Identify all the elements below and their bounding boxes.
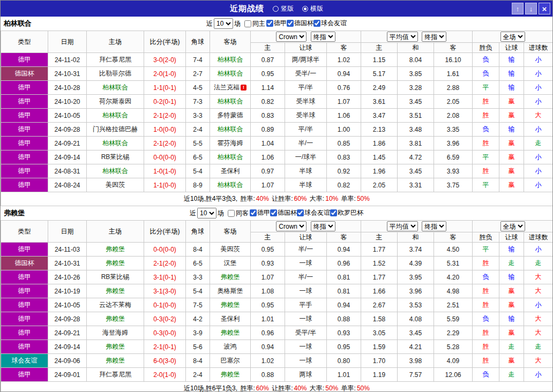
league-type-badge: 德甲 <box>1 298 48 312</box>
away-team-link[interactable]: 柏林联合 <box>218 97 243 105</box>
match-count-select[interactable]: 10 <box>197 208 216 218</box>
away-team-link[interactable]: 霍芬海姆 <box>218 139 243 147</box>
eu-draw-odds: 8.04 <box>398 53 434 67</box>
away-team-link[interactable]: 圣保利 <box>221 315 240 322</box>
away-team-link[interactable]: 柏林联合 <box>218 56 243 63</box>
match-date: 24-09-06 <box>48 354 87 368</box>
home-team-link[interactable]: 弗赖堡 <box>106 343 125 350</box>
league-checkbox-input[interactable] <box>250 209 257 216</box>
away-team-link[interactable]: 法兰克福 <box>214 84 240 91</box>
ah-final-index-select[interactable]: 终指 <box>311 32 335 42</box>
league-checkbox-input[interactable] <box>297 209 304 216</box>
same-venue-checkbox-input[interactable] <box>244 20 251 27</box>
home-team-link[interactable]: 弗赖堡 <box>106 315 125 322</box>
home-team-link[interactable]: 柏林联合 <box>102 139 128 147</box>
ah-away-odds: 0.80 <box>327 354 361 368</box>
close-button[interactable]: × <box>539 3 550 14</box>
away-team-link[interactable]: 柏林联合 <box>218 153 243 161</box>
eu-home-odds: 1.59 <box>361 340 398 354</box>
home-team-link[interactable]: 弗赖堡 <box>106 287 125 295</box>
league-checkbox[interactable]: 德甲 <box>266 19 287 28</box>
home-team-link[interactable]: 柏林联合 <box>102 84 128 91</box>
away-team-link[interactable]: 多特蒙德 <box>218 111 243 119</box>
home-team-link[interactable]: 荷尔斯泰因 <box>99 97 131 105</box>
home-team-link[interactable]: 弗赖堡 <box>106 259 125 267</box>
same-venue-checkbox[interactable]: 同客 <box>225 209 249 218</box>
scroll-down-button[interactable]: ↓ <box>525 3 537 14</box>
league-checkbox-input[interactable] <box>287 20 294 27</box>
home-team-link[interactable]: RB莱比锡 <box>101 153 130 161</box>
layout-vertical-radio[interactable]: 竖版 <box>273 4 294 13</box>
home-team-link[interactable]: 云达不莱梅 <box>99 301 131 308</box>
home-team-link[interactable]: 拜仁慕尼黑 <box>99 56 131 63</box>
home-team-link[interactable]: 门兴格拉德巴赫 <box>93 125 138 133</box>
home-team-link[interactable]: 海登海姆 <box>102 329 128 336</box>
eu-final-index-select[interactable]: 终指 <box>422 221 446 231</box>
same-venue-checkbox[interactable]: 同主 <box>242 19 265 28</box>
match-count-select[interactable]: 10 <box>214 18 233 29</box>
away-team-link[interactable]: 巴塞尔 <box>221 357 240 364</box>
home-team-link[interactable]: 弗赖堡 <box>106 245 125 253</box>
corner-score: 4-2 <box>186 312 210 326</box>
handicap-line: 半/一 <box>285 243 327 257</box>
away-team-link[interactable]: 汉堡 <box>224 259 237 267</box>
league-checkbox-input[interactable] <box>313 20 320 27</box>
away-team-link[interactable]: 弗赖堡 <box>221 329 240 336</box>
home-team-link[interactable]: 拜仁慕尼黑 <box>99 371 131 378</box>
ah-home-odds: 0.94 <box>251 340 285 354</box>
handicap-result: 赢 <box>499 326 524 340</box>
away-team-link[interactable]: 柏林联合 <box>218 181 243 189</box>
away-team-link[interactable]: 美因茨 <box>221 245 240 253</box>
home-team-link[interactable]: 弗赖堡 <box>106 357 125 364</box>
league-checkbox[interactable]: 德国杯 <box>287 19 313 28</box>
score: 3-0(2-0) <box>144 53 186 67</box>
match-scope-select[interactable]: 全场 <box>500 221 525 231</box>
eu-away-odds: 3.35 <box>434 123 473 137</box>
scroll-up-button[interactable]: ↑ <box>512 3 524 14</box>
away-team-link[interactable]: 弗赖堡 <box>221 371 240 378</box>
column-header: 类型 <box>1 221 48 243</box>
handicap-result: 赢 <box>499 354 524 368</box>
league-checkbox-input[interactable] <box>266 20 273 27</box>
away-team-link[interactable]: 柏林联合 <box>218 70 243 77</box>
league-checkbox[interactable]: 德国杯 <box>270 208 297 217</box>
match-row: 德甲24-09-28门兴格拉德巴赫1-0(0-0)2-4柏林联合0.89平/半1… <box>1 123 553 137</box>
home-team-link[interactable]: 美因茨 <box>106 181 125 189</box>
away-team-link[interactable]: 奥格斯堡 <box>218 287 243 295</box>
ah-final-index-select[interactable]: 终指 <box>311 221 335 231</box>
away-team-link[interactable]: 弗赖堡 <box>221 273 240 281</box>
home-team-link[interactable]: 柏林联合 <box>102 167 128 175</box>
eu-home-odds: 2.67 <box>361 298 398 312</box>
corner-score: 6-5 <box>186 257 210 270</box>
handicap-line: 一球 <box>285 312 327 326</box>
eu-average-select[interactable]: 平均值 <box>387 221 418 231</box>
home-team-link[interactable]: RB莱比锡 <box>101 273 130 281</box>
layout-horizontal-radio[interactable]: 横版 <box>302 4 323 13</box>
bookmaker-select[interactable]: Crown <box>276 221 307 231</box>
league-checkbox[interactable]: 德甲 <box>250 208 270 217</box>
score: 2-1(2-0) <box>144 137 186 150</box>
league-checkbox-input[interactable] <box>270 209 277 216</box>
corner-score: 5-4 <box>186 164 210 178</box>
away-team-link[interactable]: 波鸿 <box>224 343 237 350</box>
league-type-badge: 德国杯 <box>1 257 48 270</box>
league-checkbox[interactable]: 球会友谊 <box>313 19 347 28</box>
match-scope-select[interactable]: 全场 <box>500 32 525 42</box>
same-venue-checkbox-input[interactable] <box>228 210 235 217</box>
match-row: 德甲24-10-26RB莱比锡3-1(0-1)3-3弗赖堡1.07半/一0.81… <box>1 270 553 284</box>
bookmaker-select[interactable]: Crown <box>276 32 307 42</box>
home-team-link[interactable]: 比勒菲尔德 <box>99 70 131 77</box>
corner-score: 8-4 <box>186 243 210 257</box>
eu-average-select[interactable]: 平均值 <box>387 32 418 42</box>
league-checkbox[interactable]: 欧罗巴杯 <box>330 208 363 217</box>
away-team-link[interactable]: 圣保利 <box>221 167 240 175</box>
league-checkbox[interactable]: 球会友谊 <box>297 208 330 217</box>
eu-away-odds: 4.20 <box>434 270 473 284</box>
league-checkbox-input[interactable] <box>330 209 337 216</box>
away-team-link[interactable]: 弗赖堡 <box>221 301 240 308</box>
scope-controls: 全场 <box>473 221 553 232</box>
home-team-link[interactable]: 柏林联合 <box>102 111 128 119</box>
eu-final-index-select[interactable]: 终指 <box>422 32 446 42</box>
away-team-link[interactable]: 柏林联合 <box>218 125 243 133</box>
handicap-result: 赢 <box>499 284 524 298</box>
